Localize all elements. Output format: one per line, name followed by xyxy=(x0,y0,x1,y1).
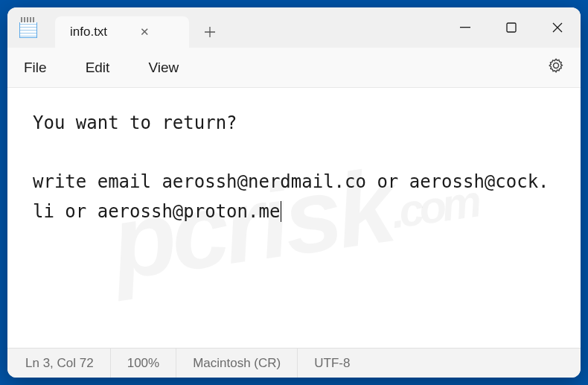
text-editor-area[interactable]: pcrisk.com You want to return? write ema… xyxy=(7,88,581,348)
close-window-button[interactable] xyxy=(534,7,581,48)
menu-file[interactable]: File xyxy=(24,60,47,76)
close-icon xyxy=(552,22,563,33)
settings-button[interactable] xyxy=(548,57,564,77)
menubar: File Edit View xyxy=(7,48,581,88)
svg-rect-0 xyxy=(460,27,470,28)
close-tab-icon[interactable]: ✕ xyxy=(134,22,156,42)
tab-title: info.txt xyxy=(70,25,107,39)
notepad-window: info.txt ✕ File Edit View xyxy=(7,7,581,378)
status-encoding[interactable]: UTF-8 xyxy=(298,349,366,378)
status-position: Ln 3, Col 72 xyxy=(25,349,111,378)
maximize-button[interactable] xyxy=(488,7,534,48)
menu-edit[interactable]: Edit xyxy=(86,60,110,76)
status-zoom[interactable]: 100% xyxy=(111,349,176,378)
text-caret xyxy=(281,201,281,222)
minimize-button[interactable] xyxy=(442,7,488,48)
minimize-icon xyxy=(460,27,470,28)
svg-rect-1 xyxy=(507,23,516,32)
menu-view[interactable]: View xyxy=(148,60,179,76)
document-text: You want to return? write email aerossh@… xyxy=(33,109,555,226)
plus-icon xyxy=(204,26,216,38)
titlebar: info.txt ✕ xyxy=(7,7,581,48)
tab-active[interactable]: info.txt ✕ xyxy=(55,16,189,48)
new-tab-button[interactable] xyxy=(194,16,226,48)
tab-strip: info.txt ✕ xyxy=(55,7,442,48)
window-controls xyxy=(442,7,581,48)
notepad-icon xyxy=(19,17,37,38)
maximize-icon xyxy=(506,22,517,33)
statusbar: Ln 3, Col 72 100% Macintosh (CR) UTF-8 xyxy=(7,348,581,378)
status-line-ending[interactable]: Macintosh (CR) xyxy=(176,349,298,378)
gear-icon xyxy=(548,57,564,74)
